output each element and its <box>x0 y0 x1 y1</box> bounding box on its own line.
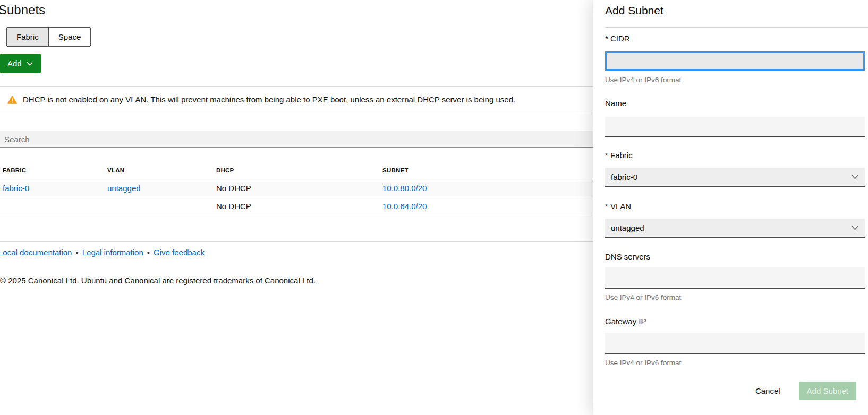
table-row: No DHCP 10.0.64.0/20 <box>0 197 593 215</box>
legal-information-link[interactable]: Legal information <box>82 248 143 257</box>
vlan-link[interactable]: untagged <box>107 184 141 193</box>
vlan-select-value: untagged <box>611 223 644 232</box>
warning-icon <box>7 96 17 104</box>
chevron-down-icon <box>852 175 858 179</box>
column-header-dhcp: DHCP <box>216 167 382 174</box>
dns-servers-label: DNS servers <box>605 252 650 261</box>
bullet-separator: • <box>147 248 150 257</box>
subnets-table: FABRIC VLAN DHCP SUBNET fabric-0 untagge… <box>0 162 593 215</box>
column-header-fabric: FABRIC <box>0 167 107 174</box>
panel-action-buttons: Cancel Add Subnet <box>753 382 856 400</box>
dns-help-text: Use IPv4 or IPv6 format <box>605 293 681 301</box>
panel-title: Add Subnet <box>605 4 663 17</box>
add-button-label: Add <box>7 59 22 68</box>
name-input[interactable] <box>605 117 865 137</box>
vlan-select[interactable]: untagged <box>605 219 865 238</box>
column-header-vlan: VLAN <box>107 167 216 174</box>
copyright-text: © 2025 Canonical Ltd. Ubuntu and Canonic… <box>0 276 316 285</box>
cancel-button[interactable]: Cancel <box>753 382 782 400</box>
add-button[interactable]: Add <box>0 54 41 73</box>
vlan-label: * VLAN <box>605 202 631 211</box>
divider <box>605 27 868 28</box>
column-header-subnet: SUBNET <box>382 167 593 174</box>
fabric-space-toggle: Fabric Space <box>6 27 91 47</box>
gateway-ip-label: Gateway IP <box>605 317 646 326</box>
name-label: Name <box>605 99 626 108</box>
page-title: Subnets <box>0 3 45 18</box>
chevron-down-icon <box>27 62 33 66</box>
gateway-ip-input[interactable] <box>605 333 865 354</box>
subnet-link[interactable]: 10.0.80.0/20 <box>382 184 427 193</box>
bullet-separator: • <box>75 248 78 257</box>
subnets-page: Subnets Fabric Space Add DHCP is not ena… <box>0 0 593 415</box>
divider <box>0 241 593 242</box>
local-documentation-link[interactable]: Local documentation <box>0 248 72 257</box>
tab-fabric[interactable]: Fabric <box>7 28 48 46</box>
fabric-select-value: fabric-0 <box>611 172 637 181</box>
chevron-down-icon <box>852 226 858 230</box>
fabric-label: * Fabric <box>605 151 633 160</box>
subnet-link[interactable]: 10.0.64.0/20 <box>382 202 427 211</box>
footer-links: Local documentation • Legal information … <box>0 248 205 257</box>
divider <box>0 113 593 113</box>
fabric-select[interactable]: fabric-0 <box>605 168 865 187</box>
give-feedback-link[interactable]: Give feedback <box>154 248 205 257</box>
gateway-help-text: Use IPv4 or IPv6 format <box>605 359 681 367</box>
dhcp-status: No DHCP <box>216 202 382 211</box>
search-input[interactable] <box>0 131 593 148</box>
cidr-label: * CIDR <box>605 34 630 43</box>
fabric-link[interactable]: fabric-0 <box>3 184 29 193</box>
dns-servers-input[interactable] <box>605 267 865 289</box>
table-header-row: FABRIC VLAN DHCP SUBNET <box>0 162 593 179</box>
cidr-input[interactable] <box>605 51 865 71</box>
warning-text: DHCP is not enabled on any VLAN. This wi… <box>23 95 515 104</box>
dhcp-warning-banner: DHCP is not enabled on any VLAN. This wi… <box>0 87 593 113</box>
dhcp-status: No DHCP <box>216 184 382 193</box>
add-subnet-panel: Add Subnet * CIDR Use IPv4 or IPv6 forma… <box>593 0 868 415</box>
table-row: fabric-0 untagged No DHCP 10.0.80.0/20 <box>0 179 593 197</box>
tab-space[interactable]: Space <box>48 28 91 46</box>
add-subnet-submit-button[interactable]: Add Subnet <box>799 382 856 400</box>
cidr-help-text: Use IPv4 or IPv6 format <box>605 76 681 84</box>
